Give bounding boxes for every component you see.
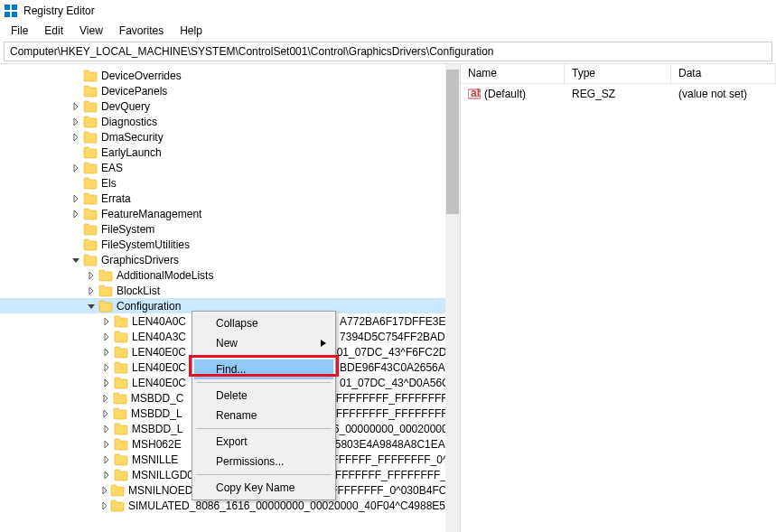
chevron-right-icon[interactable] xyxy=(70,163,81,173)
ctx-new[interactable]: New xyxy=(194,333,333,353)
main-area: DeviceOverridesDevicePanelsDevQueryDiagn… xyxy=(0,63,776,532)
chevron-right-icon[interactable] xyxy=(101,362,112,373)
folder-icon xyxy=(114,331,128,343)
chevron-right-icon[interactable] xyxy=(101,470,112,481)
folder-icon xyxy=(83,85,98,98)
menu-edit[interactable]: Edit xyxy=(37,23,70,39)
ctx-permissions[interactable]: Permissions... xyxy=(194,452,333,471)
tree-item-tail: D_FFFFFFFF_FFFFFFFF_0 xyxy=(322,407,460,420)
tree-item-label: FileSystem xyxy=(101,223,154,236)
tree-item-label: LEN40E0C xyxy=(132,346,186,359)
menu-file[interactable]: File xyxy=(4,23,35,39)
scroll-thumb[interactable] xyxy=(446,70,459,214)
folder-icon xyxy=(114,361,128,374)
menu-help[interactable]: Help xyxy=(173,23,210,39)
folder-icon xyxy=(110,484,125,497)
tree-item-label: Diagnostics xyxy=(101,116,157,128)
col-data[interactable]: Data xyxy=(671,64,776,83)
chevron-right-icon[interactable] xyxy=(101,331,112,342)
folder-icon xyxy=(83,162,98,174)
tree-item-label: AdditionalModeLists xyxy=(117,269,213,282)
svg-rect-0 xyxy=(5,5,10,10)
chevron-down-icon[interactable] xyxy=(70,255,81,266)
chevron-right-icon[interactable] xyxy=(101,439,112,450)
folder-icon xyxy=(114,346,128,359)
tree-item[interactable]: DevicePanels xyxy=(0,83,460,98)
tree-item[interactable]: DmaSecurity xyxy=(0,129,460,145)
tree-item[interactable]: FileSystemUtilities xyxy=(0,237,460,252)
ctx-rename[interactable]: Rename xyxy=(194,406,333,425)
svg-rect-3 xyxy=(12,12,17,17)
tree-item-label: MSNILLE xyxy=(132,453,178,466)
tree-item[interactable]: EAS xyxy=(0,160,460,175)
chevron-right-icon[interactable] xyxy=(70,193,81,204)
ctx-separator xyxy=(196,356,332,357)
chevron-right-icon[interactable] xyxy=(101,408,111,419)
value-name-cell: ab (Default) xyxy=(461,88,565,100)
tree-item[interactable]: DeviceOverrides xyxy=(0,68,460,83)
tree-item-label: LEN40E0C xyxy=(132,377,186,389)
chevron-right-icon[interactable] xyxy=(101,393,111,404)
tree-item-tail: 5803E4A9848A8C1EA7 xyxy=(335,438,452,451)
tree-item-label: EarlyLaunch xyxy=(101,146,162,159)
tree-item[interactable]: FileSystem xyxy=(0,221,460,237)
ctx-find[interactable]: Find... xyxy=(194,359,333,379)
chevron-right-icon[interactable] xyxy=(86,270,97,281)
ctx-delete[interactable]: Delete xyxy=(194,386,333,406)
ctx-separator xyxy=(196,474,332,475)
menu-favorites[interactable]: Favorites xyxy=(112,23,171,39)
folder-icon xyxy=(113,392,127,405)
chevron-right-icon[interactable] xyxy=(101,485,108,496)
value-row[interactable]: ab (Default) REG_SZ (value not set) xyxy=(461,86,776,102)
tree-item[interactable]: BlockList xyxy=(0,283,460,298)
ctx-export[interactable]: Export xyxy=(194,432,333,452)
tree-scrollbar[interactable] xyxy=(445,64,460,532)
tree-item-label: DevicePanels xyxy=(101,85,167,98)
values-header: Name Type Data xyxy=(461,64,776,84)
folder-icon xyxy=(83,131,98,144)
title-bar: Registry Editor xyxy=(0,0,776,22)
chevron-right-icon[interactable] xyxy=(70,101,81,112)
chevron-right-icon[interactable] xyxy=(86,285,97,296)
col-type[interactable]: Type xyxy=(565,64,671,83)
folder-icon xyxy=(83,254,98,266)
tree-item-label: FileSystemUtilities xyxy=(101,238,190,251)
twisty-blank xyxy=(70,86,81,97)
tree-item[interactable]: FeatureManagement xyxy=(0,206,460,221)
folder-icon xyxy=(83,177,98,190)
tree-item[interactable]: Els xyxy=(0,175,460,191)
folder-icon xyxy=(83,238,98,251)
address-bar[interactable]: Computer\HKEY_LOCAL_MACHINE\SYSTEM\Contr… xyxy=(4,42,772,61)
tree-item-label: LEN40E0C xyxy=(132,361,186,374)
chevron-right-icon[interactable] xyxy=(101,500,108,511)
chevron-right-icon[interactable] xyxy=(101,347,112,358)
folder-icon xyxy=(114,315,128,328)
tree-item[interactable]: Diagnostics xyxy=(0,114,460,129)
ctx-copy-key-name[interactable]: Copy Key Name xyxy=(194,478,333,498)
svg-text:ab: ab xyxy=(471,88,481,99)
tree-item[interactable]: EarlyLaunch xyxy=(0,145,460,160)
tree-item[interactable]: GraphicsDrivers xyxy=(0,252,460,267)
tree-item[interactable]: DevQuery xyxy=(0,98,460,114)
tree-item-label: MSH062E xyxy=(132,438,182,451)
ctx-separator xyxy=(196,428,332,429)
chevron-down-icon[interactable] xyxy=(86,301,97,312)
values-list[interactable]: ab (Default) REG_SZ (value not set) xyxy=(461,84,776,104)
ctx-collapse[interactable]: Collapse xyxy=(194,313,333,333)
chevron-right-icon[interactable] xyxy=(70,117,81,127)
chevron-right-icon[interactable] xyxy=(101,316,112,327)
tree-item[interactable]: AdditionalModeLists xyxy=(0,267,460,283)
chevron-right-icon[interactable] xyxy=(101,454,112,465)
tree-item[interactable]: Errata xyxy=(0,191,460,206)
col-name[interactable]: Name xyxy=(461,64,565,83)
tree-item-label: DeviceOverrides xyxy=(101,70,182,82)
chevron-right-icon[interactable] xyxy=(101,378,112,388)
chevron-right-icon[interactable] xyxy=(70,209,81,219)
chevron-right-icon[interactable] xyxy=(70,132,81,143)
tree-item-tail: FFFFFF_FFFFFFFF_0^1 xyxy=(332,453,453,466)
chevron-right-icon[interactable] xyxy=(101,424,112,434)
tree-item-label: Configuration xyxy=(117,300,181,313)
menu-view[interactable]: View xyxy=(72,23,110,39)
value-type: REG_SZ xyxy=(565,88,671,100)
ctx-separator xyxy=(196,382,332,383)
